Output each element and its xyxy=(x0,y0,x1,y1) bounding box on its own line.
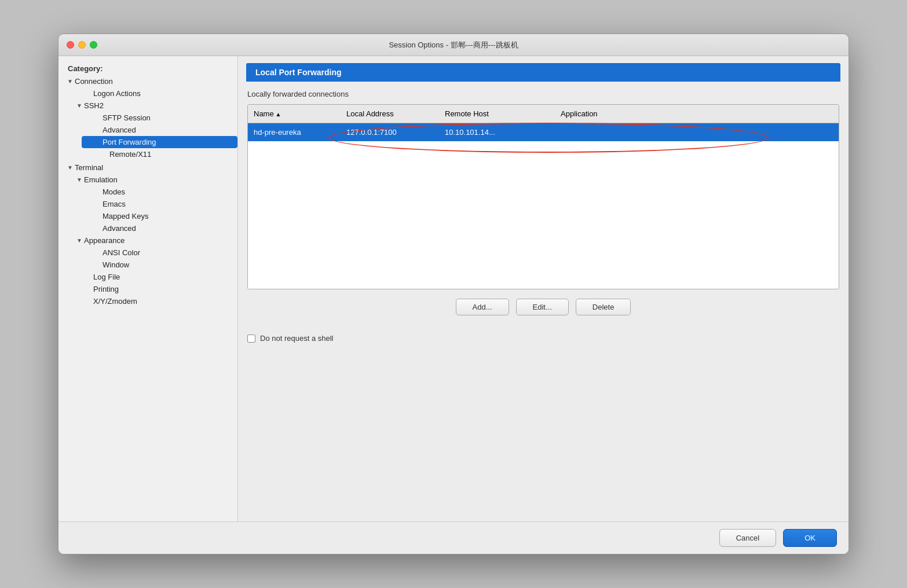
sidebar-item-ansi-color[interactable]: ANSI Color xyxy=(82,247,237,259)
sidebar-item-emulation[interactable]: ▼ Emulation xyxy=(72,174,237,186)
section-header: Local Port Forwarding xyxy=(246,63,840,82)
col-header-app[interactable]: Application xyxy=(555,107,839,120)
sidebar-item-modes[interactable]: Modes xyxy=(82,186,237,198)
sidebar-label-connection: Connection xyxy=(75,77,113,86)
sidebar-label-window: Window xyxy=(103,260,129,269)
panel-body: Locally forwarded connections Name Local… xyxy=(238,82,849,521)
table-header: Name Local Address Remote Host Applicati… xyxy=(248,105,839,123)
sidebar-item-emacs[interactable]: Emacs xyxy=(82,198,237,210)
sidebar-label-appearance: Appearance xyxy=(84,236,125,245)
sidebar-label-xyz: X/Y/Zmodem xyxy=(93,297,137,306)
table-wrapper: Name Local Address Remote Host Applicati… xyxy=(247,104,839,289)
sidebar-label-ssh2-advanced: Advanced xyxy=(103,126,136,134)
col-header-local[interactable]: Local Address xyxy=(341,107,439,120)
main-window: Session Options - 邯郸---商用---跳板机 Category… xyxy=(58,34,849,554)
cancel-button[interactable]: Cancel xyxy=(719,529,776,547)
add-button[interactable]: Add... xyxy=(456,299,509,315)
arrow-connection: ▼ xyxy=(65,78,75,84)
sidebar-item-window[interactable]: Window xyxy=(82,259,237,271)
minimize-button[interactable] xyxy=(78,41,86,49)
sidebar-label-ssh2: SSH2 xyxy=(84,101,104,110)
sidebar-item-mapped-keys[interactable]: Mapped Keys xyxy=(82,210,237,222)
sidebar-item-connection[interactable]: ▼ Connection xyxy=(63,75,237,87)
ok-button[interactable]: OK xyxy=(783,529,837,547)
sidebar-item-emulation-advanced[interactable]: Advanced xyxy=(82,222,237,234)
sidebar-label-log-file: Log File xyxy=(93,273,120,281)
row-app xyxy=(555,130,839,135)
sidebar-label-sftp-session: SFTP Session xyxy=(103,113,151,122)
row-local: 127.0.0.1:7100 xyxy=(341,126,439,139)
window-title: Session Options - 邯郸---商用---跳板机 xyxy=(389,40,518,50)
sidebar-label-emacs: Emacs xyxy=(103,200,126,208)
category-label: Category: xyxy=(58,61,237,75)
shell-checkbox[interactable] xyxy=(247,335,255,343)
sidebar-item-port-forwarding[interactable]: Port Forwarding xyxy=(82,136,237,148)
delete-button[interactable]: Delete xyxy=(576,299,631,315)
sidebar-item-remote-x11[interactable]: Remote/X11 xyxy=(82,148,237,160)
sidebar-item-appearance[interactable]: ▼ Appearance xyxy=(72,234,237,247)
row-name: hd-pre-eureka xyxy=(248,126,341,139)
sidebar-item-printing[interactable]: Printing xyxy=(72,283,237,295)
connection-children: Logon Actions ▼ SSH2 SFTP Session xyxy=(63,87,237,160)
maximize-button[interactable] xyxy=(90,41,97,49)
sidebar-label-emulation: Emulation xyxy=(84,175,118,184)
sidebar-label-emulation-advanced: Advanced xyxy=(103,224,136,233)
forwarding-table: Name Local Address Remote Host Applicati… xyxy=(247,104,839,289)
traffic-lights xyxy=(67,41,97,49)
sidebar-label-mapped-keys: Mapped Keys xyxy=(103,212,149,220)
sidebar-item-log-file[interactable]: Log File xyxy=(72,271,237,283)
bottom-bar: Cancel OK xyxy=(58,521,849,554)
titlebar: Session Options - 邯郸---商用---跳板机 xyxy=(58,34,849,56)
content-area: Category: ▼ Connection Logon Actions ▼ S… xyxy=(58,56,849,521)
sidebar-item-ssh2-advanced[interactable]: Advanced xyxy=(82,124,237,136)
sidebar-label-printing: Printing xyxy=(93,285,119,293)
sidebar-item-sftp-session[interactable]: SFTP Session xyxy=(82,112,237,124)
sidebar-label-ansi-color: ANSI Color xyxy=(103,248,140,257)
edit-button[interactable]: Edit... xyxy=(516,299,569,315)
sidebar-item-ssh2[interactable]: ▼ SSH2 xyxy=(72,100,237,112)
col-header-remote[interactable]: Remote Host xyxy=(439,107,555,120)
close-button[interactable] xyxy=(67,41,74,49)
sidebar-item-logon-actions[interactable]: Logon Actions xyxy=(72,87,237,100)
sidebar-label-modes: Modes xyxy=(103,188,125,196)
col-header-name[interactable]: Name xyxy=(248,107,341,120)
sidebar-label-port-forwarding: Port Forwarding xyxy=(103,138,156,146)
sidebar-label-logon-actions: Logon Actions xyxy=(93,89,141,98)
sidebar-item-terminal[interactable]: ▼ Terminal xyxy=(63,161,237,174)
sidebar-label-remote-x11: Remote/X11 xyxy=(109,150,151,159)
shell-checkbox-row: Do not request a shell xyxy=(247,334,839,343)
forwarding-label: Locally forwarded connections xyxy=(247,90,839,98)
sidebar-item-xyz[interactable]: X/Y/Zmodem xyxy=(72,295,237,307)
sidebar: Category: ▼ Connection Logon Actions ▼ S… xyxy=(58,56,238,521)
table-buttons: Add... Edit... Delete xyxy=(247,299,839,315)
sidebar-label-terminal: Terminal xyxy=(75,163,103,172)
row-remote: 10.10.101.14... xyxy=(439,126,555,139)
main-panel: Local Port Forwarding Locally forwarded … xyxy=(238,56,849,521)
table-row[interactable]: hd-pre-eureka 127.0.0.1:7100 10.10.101.1… xyxy=(248,123,839,141)
category-tree: ▼ Connection Logon Actions ▼ SSH2 xyxy=(58,75,237,307)
shell-checkbox-label: Do not request a shell xyxy=(260,334,333,343)
